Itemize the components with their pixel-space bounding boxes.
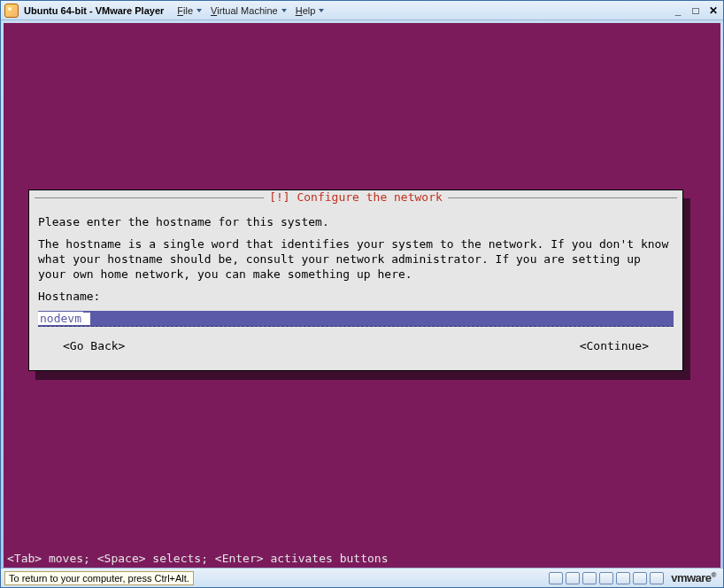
statusbar: To return to your computer, press Ctrl+A… [1,568,723,587]
menu-file[interactable]: File [174,5,204,16]
vmware-logo: vmware® [671,571,716,584]
dialog-body: Please enter the hostname for this syste… [29,205,682,370]
menu-bar: File Virtual Machine Help [174,5,327,16]
window-controls: _ □ ✕ [672,4,720,17]
dialog-intro: Please enter the hostname for this syste… [38,215,674,230]
installer-footer-hint: <Tab> moves; <Space> selects; <Enter> ac… [4,551,720,568]
titlebar: Ubuntu 64-bit - VMware Player File Virtu… [1,1,723,20]
status-hint: To return to your computer, press Ctrl+A… [4,571,194,585]
dialog-nav: <Go Back> <Continue> [38,327,674,361]
minimize-button[interactable]: _ [672,4,684,17]
menu-help[interactable]: Help [293,5,327,16]
vmware-window: Ubuntu 64-bit - VMware Player File Virtu… [0,0,724,588]
dialog-explain: The hostname is a single word that ident… [38,237,674,282]
menu-virtual-machine[interactable]: Virtual Machine [208,5,289,16]
network-icon[interactable] [599,572,613,584]
vmware-app-icon [4,4,19,18]
go-back-button[interactable]: <Go Back> [63,339,125,352]
vm-screen: [!] Configure the network Please enter t… [4,23,720,568]
sound-icon[interactable] [633,572,647,584]
printer-icon[interactable] [650,572,664,584]
dialog-header: [!] Configure the network [29,190,682,205]
text-cursor [83,313,90,325]
cd-icon[interactable] [566,572,580,584]
hostname-input[interactable]: nodevm [38,311,674,327]
status-icons [549,572,664,584]
hostname-label: Hostname: [38,290,674,305]
window-title: Ubuntu 64-bit - VMware Player [24,5,164,16]
usb-icon[interactable] [616,572,630,584]
dialog-title: [!] Configure the network [264,190,448,204]
hdd-icon[interactable] [549,572,563,584]
close-button[interactable]: ✕ [707,4,720,17]
hostname-value: nodevm [38,312,83,325]
floppy-icon[interactable] [582,572,597,584]
continue-button[interactable]: <Continue> [580,339,649,352]
maximize-button[interactable]: □ [689,4,702,17]
installer-dialog: [!] Configure the network Please enter t… [28,190,683,371]
